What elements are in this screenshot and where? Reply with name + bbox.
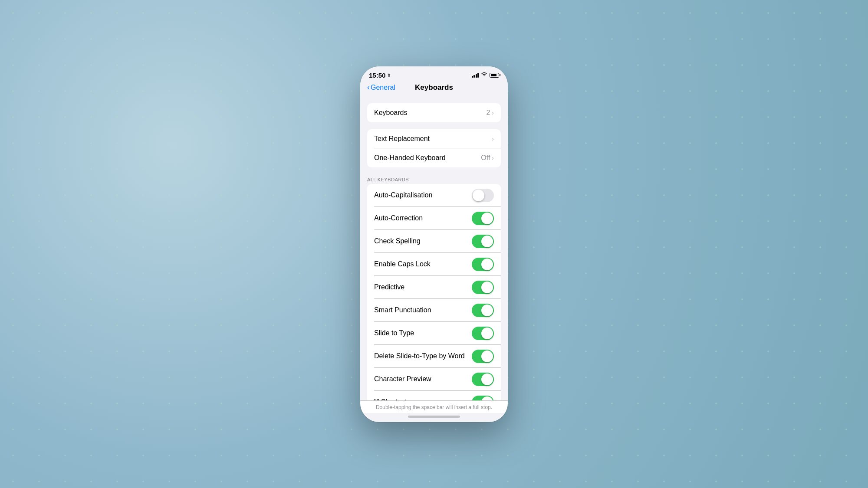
all-keyboards-header: All Keyboards <box>360 174 508 184</box>
slide-to-type-row[interactable]: Slide to Type <box>367 322 501 345</box>
signal-bar-1 <box>472 76 473 78</box>
one-handed-keyboard-right: Off › <box>481 154 494 162</box>
text-replacement-chevron-icon: › <box>492 135 494 142</box>
bottom-text: Double-tapping the space bar will insert… <box>367 404 501 410</box>
enable-caps-lock-label: Enable Caps Lock <box>374 260 472 268</box>
signal-bar-4 <box>477 73 479 78</box>
text-replacement-row[interactable]: Text Replacement › <box>367 129 501 148</box>
character-preview-label: Character Preview <box>374 375 472 383</box>
shortcut-knob <box>481 396 493 400</box>
battery-icon <box>490 73 499 78</box>
auto-correction-knob <box>481 213 493 224</box>
character-preview-toggle[interactable] <box>472 373 494 386</box>
nav-bar: ‹ General Keyboards <box>360 82 508 96</box>
signal-bar-2 <box>473 75 475 78</box>
keyboards-card-group: Keyboards 2 › <box>367 103 501 122</box>
location-icon: ⬆ <box>387 73 391 78</box>
check-spelling-row[interactable]: Check Spelling <box>367 230 501 253</box>
keyboards-chevron-icon: › <box>492 109 494 116</box>
shortcut-row[interactable]: "" Shortcut <box>367 391 501 400</box>
scroll-content[interactable]: Keyboards 2 › Text Replacement › One-Han… <box>360 96 508 400</box>
all-keyboards-card-group: Auto-Capitalisation Auto-Correction Chec… <box>367 184 501 400</box>
predictive-row[interactable]: Predictive <box>367 276 501 299</box>
text-replacement-label: Text Replacement <box>374 135 492 143</box>
keyboards-value: 2 <box>486 109 490 117</box>
home-indicator <box>360 413 508 422</box>
one-handed-keyboard-value: Off <box>481 154 490 162</box>
predictive-toggle[interactable] <box>472 281 494 294</box>
home-bar <box>408 416 460 418</box>
predictive-label: Predictive <box>374 283 472 291</box>
enable-caps-lock-knob <box>481 259 493 270</box>
enable-caps-lock-row[interactable]: Enable Caps Lock <box>367 253 501 276</box>
status-time: 15:50 ⬆ <box>369 72 391 79</box>
auto-capitalisation-knob <box>473 190 484 201</box>
bottom-bar: Double-tapping the space bar will insert… <box>360 400 508 413</box>
status-bar: 15:50 ⬆ <box>360 66 508 82</box>
battery-fill <box>491 74 497 76</box>
back-button[interactable]: ‹ General <box>367 84 395 92</box>
signal-bar-3 <box>476 74 477 78</box>
predictive-knob <box>481 282 493 293</box>
delete-slide-to-type-toggle[interactable] <box>472 350 494 363</box>
status-icons <box>472 72 500 78</box>
delete-slide-to-type-row[interactable]: Delete Slide-to-Type by Word <box>367 345 501 368</box>
delete-slide-to-type-label: Delete Slide-to-Type by Word <box>374 352 472 360</box>
auto-correction-toggle[interactable] <box>472 212 494 225</box>
slide-to-type-label: Slide to Type <box>374 329 472 337</box>
one-handed-keyboard-label: One-Handed Keyboard <box>374 154 481 162</box>
auto-correction-label: Auto-Correction <box>374 214 472 222</box>
smart-punctuation-knob <box>481 305 493 316</box>
auto-correction-row[interactable]: Auto-Correction <box>367 207 501 230</box>
check-spelling-toggle[interactable] <box>472 235 494 248</box>
text-replacement-right: › <box>492 135 494 142</box>
secondary-card-group: Text Replacement › One-Handed Keyboard O… <box>367 129 501 167</box>
check-spelling-label: Check Spelling <box>374 237 472 245</box>
shortcut-toggle[interactable] <box>472 396 494 400</box>
auto-capitalisation-toggle[interactable] <box>472 189 494 202</box>
one-handed-keyboard-row[interactable]: One-Handed Keyboard Off › <box>367 148 501 167</box>
signal-bars-icon <box>472 73 479 78</box>
time-label: 15:50 <box>369 72 385 79</box>
back-label: General <box>371 84 395 92</box>
check-spelling-knob <box>481 236 493 247</box>
keyboards-row[interactable]: Keyboards 2 › <box>367 103 501 122</box>
character-preview-row[interactable]: Character Preview <box>367 368 501 391</box>
smart-punctuation-label: Smart Punctuation <box>374 306 472 314</box>
wifi-icon <box>481 72 487 78</box>
smart-punctuation-toggle[interactable] <box>472 304 494 317</box>
slide-to-type-knob <box>481 328 493 339</box>
keyboards-label: Keyboards <box>374 109 486 117</box>
one-handed-keyboard-chevron-icon: › <box>492 154 494 161</box>
delete-slide-to-type-knob <box>481 350 493 362</box>
character-preview-knob <box>481 373 493 385</box>
auto-capitalisation-label: Auto-Capitalisation <box>374 191 472 199</box>
back-chevron-icon: ‹ <box>367 83 370 91</box>
shortcut-label: "" Shortcut <box>374 398 472 400</box>
phone-frame: 15:50 ⬆ ‹ Gene <box>360 66 508 422</box>
nav-title: Keyboards <box>415 83 453 92</box>
keyboards-right: 2 › <box>486 109 494 117</box>
auto-capitalisation-row[interactable]: Auto-Capitalisation <box>367 184 501 207</box>
enable-caps-lock-toggle[interactable] <box>472 258 494 271</box>
smart-punctuation-row[interactable]: Smart Punctuation <box>367 299 501 322</box>
slide-to-type-toggle[interactable] <box>472 327 494 340</box>
